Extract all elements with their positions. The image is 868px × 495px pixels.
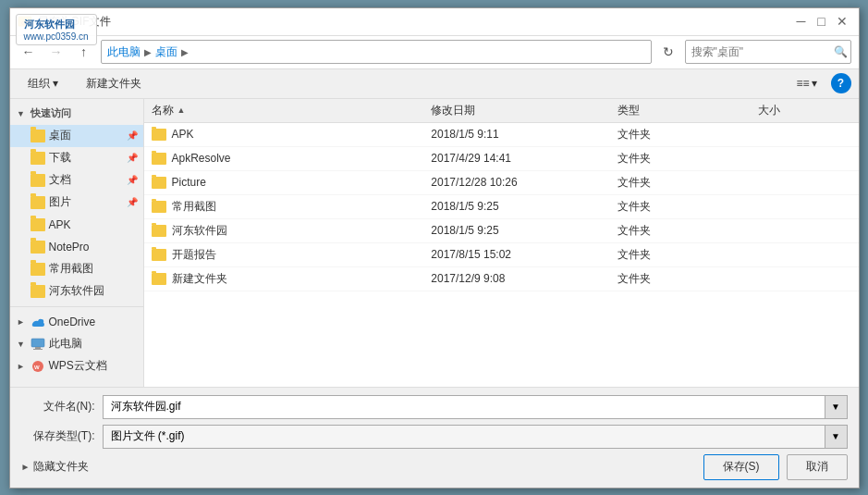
file-type: 文件夹 [617,151,757,167]
file-date: 2018/1/5 9:11 [431,128,617,141]
column-name[interactable]: 名称 ▲ [152,103,432,118]
sidebar-item-hedong-label: 河东软件园 [49,283,104,299]
this-pc-icon [31,337,45,352]
table-row[interactable]: 新建文件夹 2017/12/9 9:08 文件夹 [144,267,859,291]
sidebar-item-pictures[interactable]: 图片 📌 [10,192,143,214]
file-date: 2017/12/9 9:08 [431,272,617,285]
file-list: APK 2018/1/5 9:11 文件夹 ApkResolve 2017/4/… [144,123,859,387]
onedrive-label: OneDrive [49,316,96,328]
file-date: 2018/1/5 9:25 [431,200,617,213]
table-row[interactable]: Picture 2017/12/28 10:26 文件夹 [144,171,859,195]
watermark-line1: 河东软件园 [24,18,89,31]
column-size[interactable]: 大小 [758,103,851,118]
organize-button[interactable]: 组织 ▾ [18,72,68,94]
hide-arrow-icon: ► [21,462,31,472]
maximize-button[interactable]: □ [813,12,831,31]
view-icon: ≡≡ [796,77,809,90]
hide-folders-label: 隐藏文件夹 [33,459,89,475]
wps-label: WPS云文档 [49,358,107,374]
table-row[interactable]: ApkResolve 2017/4/29 14:41 文件夹 [144,147,859,171]
minimize-button[interactable]: ─ [792,12,811,31]
path-segment-pc[interactable]: 此电脑 [107,44,141,60]
file-type: 文件夹 [617,223,757,239]
path-segment-desktop[interactable]: 桌面 [155,44,177,60]
table-row[interactable]: APK 2018/1/5 9:11 文件夹 [144,123,859,147]
save-button[interactable]: 保存(S) [703,454,779,480]
sidebar-item-apk[interactable]: APK [10,214,143,236]
pin-icon-downloads: 📌 [127,153,138,163]
file-list-header: 名称 ▲ 修改日期 类型 大小 [144,99,859,123]
quick-access-section: ▼ 快速访问 桌面 📌 下载 📌 文档 📌 [10,103,143,303]
refresh-button[interactable]: ↻ [657,41,679,63]
search-input[interactable] [691,45,830,58]
close-button[interactable]: ✕ [833,12,851,31]
search-icon[interactable]: 🔍 [834,45,848,58]
file-date: 2017/8/15 15:02 [431,248,617,261]
column-type[interactable]: 类型 [617,103,757,118]
folder-icon [152,129,166,141]
sidebar-item-screenshots-label: 常用截图 [49,261,93,277]
main-content: ▼ 快速访问 桌面 📌 下载 📌 文档 📌 [10,99,859,387]
table-row[interactable]: 河东软件园 2018/1/5 9:25 文件夹 [144,219,859,243]
file-name: APK [172,128,194,141]
cancel-button[interactable]: 取消 [787,454,848,480]
sidebar-item-apk-label: APK [49,218,71,231]
onedrive-group[interactable]: ► OneDrive [10,311,143,333]
sidebar-item-desktop[interactable]: 桌面 📌 [10,125,143,147]
sidebar-item-notepro[interactable]: NotePro [10,236,143,258]
file-name: 开题报告 [172,247,216,263]
help-button[interactable]: ? [831,73,851,93]
footer-actions: ► 隐藏文件夹 保存(S) 取消 [21,454,848,480]
filetype-input-group: ▼ [103,425,848,449]
filetype-dropdown-button[interactable]: ▼ [825,425,848,449]
folder-icon-screenshots [31,263,45,276]
folder-icon-notepro [31,241,45,254]
wps-group[interactable]: ► W WPS云文档 [10,355,143,377]
view-button[interactable]: ≡≡ ▾ [789,72,823,94]
toolbar: 组织 ▾ 新建文件夹 ≡≡ ▾ ? [10,69,859,99]
file-type: 文件夹 [617,199,757,215]
sidebar-item-notepro-label: NotePro [49,241,90,254]
pin-icon-pictures: 📌 [127,197,138,207]
folder-icon [152,177,166,189]
sidebar-item-screenshots[interactable]: 常用截图 [10,258,143,280]
folder-icon-apk [31,218,45,231]
quick-access-group[interactable]: ▼ 快速访问 [10,103,143,125]
file-date: 2017/4/29 14:41 [431,152,617,165]
filetype-input[interactable] [103,425,825,449]
footer-buttons: 保存(S) 取消 [703,454,848,480]
hide-folders-button[interactable]: ► 隐藏文件夹 [21,459,90,475]
svg-rect-3 [31,339,44,347]
sidebar-item-hedong[interactable]: 河东软件园 [10,280,143,303]
file-name: Picture [172,176,206,189]
new-folder-button[interactable]: 新建文件夹 [76,72,152,94]
file-type: 文件夹 [617,247,757,263]
title-bar: GIF 另存为GIF文件 ─ □ ✕ [10,8,859,36]
file-date: 2017/12/28 10:26 [431,176,617,189]
onedrive-expand-icon: ► [16,316,27,328]
filename-row: 文件名(N): ▼ [21,395,848,419]
file-type: 文件夹 [617,175,757,191]
table-row[interactable]: 开题报告 2017/8/15 15:02 文件夹 [144,243,859,267]
path-arrow-2: ▶ [181,47,189,57]
address-path[interactable]: 此电脑 ▶ 桌面 ▶ [101,40,652,64]
this-pc-group[interactable]: ▼ 此电脑 [10,333,143,355]
folder-icon [152,249,166,261]
folder-icon-desktop [31,130,45,142]
file-date: 2018/1/5 9:25 [431,224,617,237]
wps-icon: W [31,359,45,374]
table-row[interactable]: 常用截图 2018/1/5 9:25 文件夹 [144,195,859,219]
folder-icon-pictures [31,196,45,209]
sidebar-item-downloads[interactable]: 下载 📌 [10,147,143,169]
svg-rect-5 [33,349,43,350]
folder-icon [152,201,166,213]
column-date[interactable]: 修改日期 [431,103,617,118]
folder-icon-hedong [31,285,45,298]
file-name: 常用截图 [172,199,216,215]
search-box: 🔍 [685,40,851,64]
filename-input[interactable] [103,395,825,419]
filename-dropdown-button[interactable]: ▼ [825,395,848,419]
sidebar-divider-1 [10,306,143,307]
folder-icon [152,225,166,237]
sidebar-item-documents[interactable]: 文档 📌 [10,169,143,192]
